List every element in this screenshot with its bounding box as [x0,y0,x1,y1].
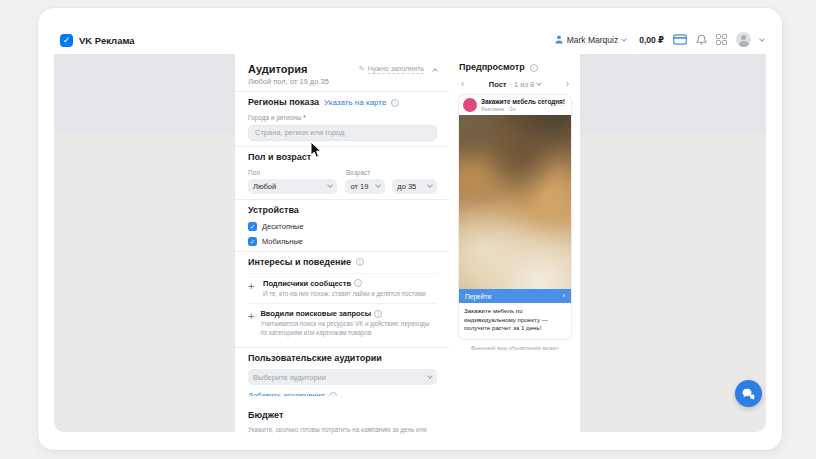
page-background: VK Реклама Mark Marquiz 0,00 ₽ [0,0,816,459]
interests-section-title: Интересы и поведение [248,257,351,268]
chevron-down-icon [427,182,433,188]
chevron-down-icon [375,182,381,188]
header-controls: Mark Marquiz 0,00 ₽ [555,32,764,47]
vk-ads-logo-icon [60,34,73,47]
preview-format-label: Пост [489,80,507,89]
preview-title: Предпросмотр [459,62,525,73]
user-menu[interactable]: Mark Marquiz [555,35,626,45]
ad-preview-card: Предпросмотр ‹ Пост · 1 из 8 › [452,54,578,354]
budget-card: Бюджет Укажите, сколько готовы потратить… [235,402,450,436]
audience-settings-card: Аудитория ✎ Нужно заполнить Любой пол, о… [235,54,450,396]
ad-creative-image [459,115,571,289]
age-from-select[interactable]: от 19 [345,179,385,194]
cta-button[interactable]: Перейти [459,289,571,303]
interest-item-search-queries[interactable]: Вводили поисковые запросы Учитывается по… [248,303,437,342]
balance-amount: 0,00 ₽ [639,35,664,45]
chevron-down-icon [328,182,334,188]
gender-age-section-title: Пол и возраст [248,152,437,163]
custom-audiences-section-title: Пользовательские аудитории [248,353,437,364]
regions-field-label: Города и регионы * [248,114,437,121]
left-panel-top-band [54,54,235,134]
next-arrow-icon[interactable]: › [559,79,569,89]
left-blurred-panel [54,54,235,432]
device-option-mobile[interactable]: Мобильные [248,237,437,246]
budget-section-title: Бюджет [248,410,437,421]
interest-item-community-subscribers[interactable]: Подписчики сообществ И те, кто на них по… [248,273,437,304]
collapse-chevron-up-icon[interactable] [432,68,438,74]
gender-label: Пол [248,169,346,176]
interest-item-title: Подписчики сообществ [263,279,351,288]
divider [235,146,450,147]
chevron-down-icon [621,36,627,42]
preview-disclaimer: Внешний вид объявления может незначитель… [459,344,571,354]
support-chat-button[interactable] [735,380,762,407]
required-asterisk: * [303,114,306,121]
post-header: Закажите мебель сегодня! Реклама · 0+ [459,95,571,115]
info-icon[interactable] [391,99,399,107]
user-name: Mark Marquiz [567,35,618,45]
device-option-label: Десктопные [262,222,304,231]
apps-grid-icon[interactable] [716,34,727,45]
preview-counter: · 1 из 8 [509,80,534,89]
info-icon[interactable] [356,258,364,266]
info-icon[interactable] [530,64,538,72]
add-exclusions-link[interactable]: Добавить исключения [248,391,325,396]
divider [235,199,450,200]
app-content: Аудитория ✎ Нужно заполнить Любой пол, о… [54,54,766,436]
info-icon[interactable] [374,310,382,318]
brand-title: VK Реклама [79,35,135,46]
arrow-right-icon [562,292,565,300]
app-header: VK Реклама Mark Marquiz 0,00 ₽ [38,8,782,54]
cta-label: Перейти [465,293,491,300]
divider [235,91,450,92]
info-icon[interactable] [354,279,362,287]
wallet-icon[interactable] [673,34,687,45]
age-label: Возраст [346,169,370,176]
regions-input[interactable] [248,125,437,141]
interest-item-description: Учитывается поиск на ресурсах VK и дейст… [260,320,437,337]
plus-icon[interactable] [248,281,257,299]
need-to-fill-label: Нужно заполнить [368,65,424,74]
chevron-down-icon[interactable] [759,36,765,42]
interest-item-title: Вводили поисковые запросы [260,309,371,318]
more-options-icon[interactable] [556,102,566,109]
checkbox-checked-icon[interactable] [248,237,257,246]
user-icon [555,35,563,44]
right-blurred-panel [580,54,766,432]
device-option-desktop[interactable]: Десктопные [248,222,437,231]
checkbox-checked-icon[interactable] [248,222,257,231]
audience-summary: Любой пол, от 19 до 35 [248,77,437,86]
mouse-cursor-icon [310,141,322,159]
need-to-fill-badge[interactable]: ✎ Нужно заполнить [359,65,437,74]
chevron-down-icon [427,373,433,379]
post-meta: Реклама · 0+ [481,106,552,112]
interest-item-description: И те, кто на них похож: ставят лайки и д… [263,290,426,299]
show-on-map-link[interactable]: Указать на карте [324,98,386,107]
avatar[interactable] [736,32,751,47]
chevron-down-icon [536,80,542,86]
bell-icon[interactable] [696,34,707,46]
post-title: Закажите мебель сегодня! [481,98,552,105]
divider [235,251,450,252]
plus-icon[interactable] [248,311,254,337]
ad-post-preview: Закажите мебель сегодня! Реклама · 0+ Пе… [459,95,571,339]
budget-description: Укажите, сколько готовы потратить на кам… [248,425,428,436]
post-description: Закажите мебель по индивидуальному проек… [459,303,571,339]
devices-section-title: Устройства [248,205,437,216]
chat-bubble-icon [742,388,755,400]
right-panel-top-band [580,54,766,134]
preview-format-switcher[interactable]: Пост · 1 из 8 [471,80,559,89]
divider [235,347,450,348]
gender-select[interactable]: Любой [248,179,337,194]
brand-area: VK Реклама [60,34,135,47]
advertiser-avatar [463,98,477,112]
prev-arrow-icon[interactable]: ‹ [461,79,471,89]
audience-section-title: Аудитория [248,63,307,75]
preview-navigation: ‹ Пост · 1 из 8 › [459,79,571,89]
regions-section-title: Регионы показа [248,97,319,108]
pencil-icon: ✎ [359,65,365,73]
custom-audiences-select[interactable]: Выберите аудитории [248,369,437,385]
age-to-select[interactable]: до 35 [392,179,437,194]
info-icon[interactable] [329,392,337,397]
app-window: VK Реклама Mark Marquiz 0,00 ₽ [38,8,782,450]
